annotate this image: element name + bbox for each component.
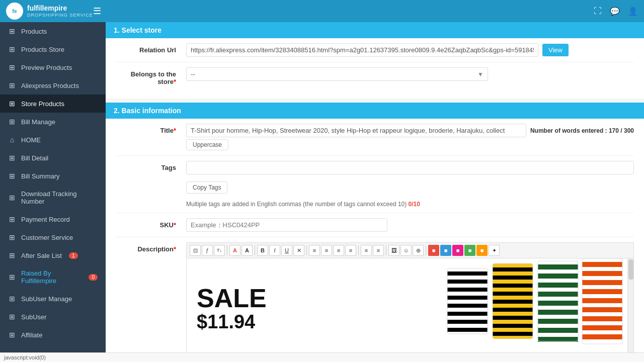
toolbar-align-left-btn[interactable]: ≡ (309, 245, 320, 256)
navbar: fe fulfillempire DROPSHIPPING SERVICE ☰ … (0, 0, 644, 22)
toolbar-underline-btn[interactable]: U (281, 245, 292, 256)
sidebar-item-subuser[interactable]: ⊞ SubUser (0, 308, 106, 326)
sidebar-item-raised-by[interactable]: ⊞ Raised By Fulfillempire 0 (0, 264, 106, 290)
section1-form: Relation Url View Belongs to the store* … (106, 38, 644, 99)
title-input-wrap: Number of words entered : 170 / 300 Uppe… (186, 124, 634, 150)
sidebar-item-preview-products[interactable]: ⊞ Preview Products (0, 58, 106, 76)
sidebar-item-bill-summary[interactable]: ⊞ Bill Summary (0, 167, 106, 185)
title-input[interactable] (186, 124, 526, 137)
grid-icon: ⊞ (8, 81, 16, 89)
toolbar-table-btn[interactable]: ■ (428, 245, 439, 256)
toolbar-media-btn[interactable]: ■ (476, 245, 488, 256)
sidebar-item-download-tracking[interactable]: ⊞ Download Tracking Number (0, 185, 106, 210)
toolbar-color1-btn[interactable]: ■ (440, 245, 451, 256)
toolbar-divider2 (255, 245, 255, 255)
sidebar-item-home[interactable]: ⌂ HOME (0, 131, 106, 149)
title-label: Title* (116, 124, 186, 134)
sidebar-item-products[interactable]: ⊞ Products (0, 22, 106, 40)
section2-form: Title* Number of words entered : 170 / 3… (106, 119, 644, 352)
toolbar-color3-btn[interactable]: ■ (464, 245, 475, 256)
toolbar-emoji-btn[interactable]: ☺ (400, 245, 412, 256)
toolbar-clear-btn[interactable]: ✕ (293, 245, 304, 256)
uppercase-button[interactable]: Uppercase (186, 139, 228, 150)
toolbar-color2-btn[interactable]: ■ (452, 245, 463, 256)
toolbar-font-btn[interactable]: T↓ (214, 245, 225, 256)
relation-url-label: Relation Url (116, 43, 186, 54)
sale-shirts (272, 263, 623, 352)
after-sale-badge: 1 (69, 252, 78, 259)
sidebar-item-products-store[interactable]: ⊞ Products Store (0, 40, 106, 58)
user-icon[interactable]: 👤 (628, 7, 638, 16)
toolbar-font-color-btn[interactable]: A (229, 245, 240, 256)
belongs-store-control: -- ▼ (186, 67, 634, 81)
tags-input[interactable] (186, 161, 634, 174)
toolbar-image-btn[interactable]: 🖼 (388, 245, 399, 256)
description-control: ⊡ ƒ T↓ A A B I U ✕ ≡ ≡ ≡ (186, 242, 634, 352)
editor-toolbar: ⊡ ƒ T↓ A A B I U ✕ ≡ ≡ ≡ (186, 242, 634, 258)
toolbar-align-center-btn[interactable]: ≡ (321, 245, 332, 256)
section2-header: 2. Basic information (106, 103, 644, 119)
main-container: ⊞ Products ⊞ Products Store ⊞ Preview Pr… (0, 22, 644, 352)
grid-icon: ⊞ (8, 233, 16, 241)
navbar-icons: ⛶ 💬 👤 (594, 7, 638, 16)
grid-icon: ⊞ (8, 295, 16, 303)
raised-by-badge: 0 (89, 274, 98, 281)
toolbar-divider6 (426, 245, 426, 255)
expand-icon[interactable]: ⛶ (594, 7, 602, 16)
toolbar-align-right-btn[interactable]: ≡ (333, 245, 344, 256)
messages-icon[interactable]: 💬 (610, 7, 620, 16)
sale-banner: SALE $11.94 (187, 258, 633, 352)
tags-count: 0/10 (409, 201, 420, 208)
title-row: Title* Number of words entered : 170 / 3… (116, 119, 634, 156)
sidebar-item-bill-detail[interactable]: ⊞ Bill Detail (0, 149, 106, 167)
sale-title-text: SALE (197, 285, 267, 311)
logo-icon: fe (6, 3, 23, 20)
toolbar-align-justify-btn[interactable]: ≡ (345, 245, 356, 256)
uppercase-btn-row: Uppercase (186, 139, 634, 150)
sidebar-item-payment-record[interactable]: ⊞ Payment Record (0, 210, 106, 228)
sidebar-item-bill-manage[interactable]: ⊞ Bill Manage (0, 113, 106, 131)
toolbar-ul-btn[interactable]: ≡ (373, 245, 384, 256)
toolbar-italic-btn[interactable]: I (269, 245, 280, 256)
toolbar-divider1 (227, 245, 227, 255)
chevron-down-icon: ▼ (473, 71, 488, 78)
hamburger-icon[interactable]: ☰ (93, 6, 101, 17)
section1-header: 1. Select store (106, 22, 644, 38)
tags-hint: Multiple tags are added in English comma… (186, 201, 420, 208)
sidebar-item-store-products[interactable]: ⊞ Store Products (0, 95, 106, 113)
svg-text:fe: fe (13, 9, 17, 14)
grid-icon: ⊞ (8, 331, 16, 339)
sidebar-item-after-sale[interactable]: ⊞ After Sale List 1 (0, 246, 106, 264)
sidebar-item-affiliate[interactable]: ⊞ Affiliate (0, 326, 106, 344)
grid-icon: ⊞ (8, 251, 16, 259)
toolbar-font-bg-btn[interactable]: A (242, 245, 253, 256)
logo-text: fulfillempire DROPSHIPPING SERVICE (27, 5, 93, 17)
sku-label: SKU* (116, 218, 186, 229)
copy-tags-button[interactable]: Copy Tags (186, 182, 227, 194)
toolbar-special-btn[interactable]: ⊛ (413, 245, 424, 256)
sidebar-item-customer-service[interactable]: ⊞ Customer Service (0, 228, 106, 246)
toolbar-ol-btn[interactable]: ≡ (361, 245, 372, 256)
sidebar-item-aliexpress-products[interactable]: ⊞ Aliexpress Products (0, 76, 106, 95)
editor-scrollbar[interactable] (627, 258, 633, 352)
relation-url-input[interactable] (186, 43, 538, 57)
sku-input[interactable] (186, 218, 387, 232)
editor-content[interactable]: SALE $11.94 (186, 258, 634, 352)
grid-icon: ⊞ (8, 154, 16, 162)
logo[interactable]: fe fulfillempire DROPSHIPPING SERVICE (6, 3, 93, 20)
sale-price-text: $11.94 (197, 311, 267, 333)
toolbar-styles-btn[interactable]: ƒ (202, 245, 213, 256)
toolbar-more-btn[interactable]: ✦ (489, 245, 500, 256)
sidebar-item-subuser-manage[interactable]: ⊞ SubUser Manage (0, 290, 106, 308)
grid-icon: ⊞ (8, 100, 16, 108)
toolbar-source-btn[interactable]: ⊡ (190, 245, 201, 256)
grid-icon: ⊞ (8, 215, 16, 223)
toolbar-bold-btn[interactable]: B (257, 245, 268, 256)
grid-icon: ⊞ (8, 273, 16, 281)
belongs-store-select[interactable]: -- (187, 68, 473, 80)
belongs-store-select-wrap[interactable]: -- ▼ (186, 67, 488, 81)
grid-icon: ⊞ (8, 172, 16, 180)
grid-icon: ⊞ (8, 27, 16, 35)
sku-row: SKU* (116, 213, 634, 237)
view-button[interactable]: View (542, 44, 569, 56)
